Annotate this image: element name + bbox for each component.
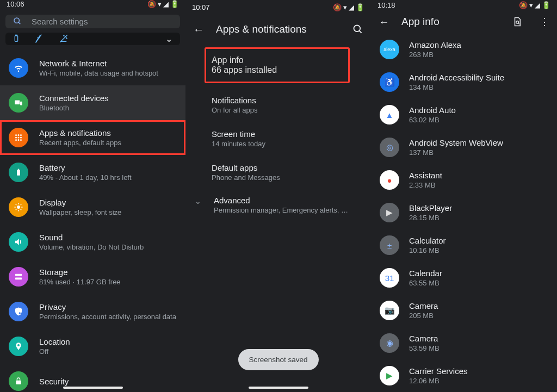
quick-settings-row[interactable]: ⌄: [5, 33, 180, 45]
item-app-info[interactable]: App info 66 apps installed: [205, 48, 349, 83]
wifi-icon: [9, 58, 28, 78]
row-storage[interactable]: Storage 81% used · 11.97 GB free: [0, 259, 185, 294]
svg-line-27: [21, 204, 22, 206]
app-size: 53.59 MB: [409, 344, 440, 352]
app-size: 205 MB: [409, 312, 438, 320]
app-row[interactable]: ▲Android Auto63.02 MB: [371, 98, 557, 131]
app-name: Camera: [409, 301, 438, 310]
svg-point-11: [15, 137, 17, 139]
search-icon: [13, 17, 22, 26]
item-notifications[interactable]: Notifications On for all apps: [185, 88, 371, 122]
dnd-icon: 🔕: [333, 3, 342, 11]
app-size: 134 MB: [409, 83, 504, 91]
status-bar: 10:07 🔕 ▾ ◢ 🔋: [185, 0, 371, 14]
status-bar: 10:06 🔕 ▾ ◢ 🔋: [0, 0, 185, 8]
app-name: BlackPlayer: [409, 203, 452, 213]
app-row[interactable]: alexaAmazon Alexa263 MB: [371, 33, 557, 66]
dnd-icon: 🔕: [147, 0, 156, 8]
app-name: Camera: [409, 334, 440, 343]
app-row[interactable]: ◉Camera53.59 MB: [371, 327, 557, 359]
search-button[interactable]: [352, 24, 363, 35]
app-icon: ◎: [380, 138, 399, 157]
row-title: Apps & notifications: [39, 128, 121, 138]
svg-point-8: [15, 134, 17, 136]
svg-point-0: [14, 18, 19, 23]
app-row[interactable]: ±Calculator10.16 MB: [371, 229, 557, 262]
app-row[interactable]: ▶BlackPlayer28.15 MB: [371, 196, 557, 229]
item-sub: 66 apps installed: [212, 65, 343, 75]
app-bar: ← App info ⋮: [371, 10, 557, 33]
row-apps-notifications[interactable]: Apps & notifications Recent apps, defaul…: [0, 120, 185, 155]
row-battery[interactable]: Battery 49% - About 1 day, 10 hrs left: [0, 155, 185, 190]
row-title: Security: [39, 377, 69, 386]
app-row[interactable]: 31Calendar63.55 MB: [371, 262, 557, 294]
clock: 10:06: [7, 0, 24, 8]
svg-rect-2: [15, 36, 17, 42]
back-button[interactable]: ←: [379, 16, 389, 28]
location-pin-icon: [9, 337, 28, 356]
svg-point-34: [516, 21, 519, 24]
item-title: Default apps: [212, 163, 360, 172]
find-in-page-icon[interactable]: [512, 16, 522, 27]
screen-title: Apps & notifications: [216, 23, 335, 35]
search-placeholder: Search settings: [32, 17, 88, 26]
svg-point-10: [20, 134, 22, 136]
app-name: Carrier Services: [409, 366, 468, 376]
app-name: Android Accessibility Suite: [409, 73, 504, 82]
mute-icon: [59, 34, 69, 43]
chevron-down-icon: ⌄: [191, 197, 205, 206]
item-sub: 14 minutes today: [212, 140, 360, 148]
svg-line-33: [360, 31, 362, 33]
row-title: Network & Internet: [39, 59, 158, 68]
nav-handle[interactable]: [249, 387, 308, 389]
volume-icon: [9, 232, 28, 252]
lock-icon: [9, 371, 28, 391]
app-icon: ▶: [380, 203, 399, 222]
svg-point-16: [20, 139, 22, 141]
item-title: App info: [212, 55, 343, 65]
app-size: 263 MB: [409, 51, 461, 59]
app-row[interactable]: ◎Android System WebView137 MB: [371, 131, 557, 164]
row-privacy[interactable]: Privacy Permissions, account activity, p…: [0, 294, 185, 329]
screen-app-info: 10:18 🔕 ▾ ◢ 🔋 ← App info ⋮ alexaAmazon A…: [371, 0, 557, 392]
app-size: 63.02 MB: [409, 116, 456, 124]
item-advanced[interactable]: ⌄ Advanced Permission manager, Emergency…: [185, 189, 371, 221]
toast-screenshot-saved[interactable]: Screenshot saved: [238, 349, 318, 370]
row-sound[interactable]: Sound Volume, vibration, Do Not Disturb: [0, 225, 185, 259]
row-title: Connected devices: [39, 94, 109, 103]
app-row[interactable]: ●Assistant2.33 MB: [371, 164, 557, 196]
row-title: Sound: [39, 233, 144, 242]
overflow-menu-icon[interactable]: ⋮: [540, 16, 549, 28]
nav-handle[interactable]: [63, 387, 123, 389]
app-icon: ♿: [380, 72, 399, 92]
search-settings[interactable]: Search settings: [5, 15, 180, 28]
row-title: Display: [39, 198, 121, 207]
app-row[interactable]: ♿Android Accessibility Suite134 MB: [371, 66, 557, 98]
battery-icon: [9, 163, 28, 182]
row-sub: 49% - About 1 day, 10 hrs left: [39, 173, 132, 182]
app-row[interactable]: ▶Carrier Services12.06 MB: [371, 359, 557, 392]
app-size: 12.06 MB: [409, 377, 468, 385]
svg-rect-18: [18, 169, 19, 170]
row-location[interactable]: Location Off: [0, 329, 185, 364]
screen-apps-notifications: 10:07 🔕 ▾ ◢ 🔋 ← Apps & notifications App…: [185, 0, 371, 392]
row-sub: Recent apps, default apps: [39, 139, 121, 147]
row-sub: Wallpaper, sleep, font size: [39, 208, 121, 216]
item-default-apps[interactable]: Default apps Phone and Messages: [185, 155, 371, 189]
row-display[interactable]: Display Wallpaper, sleep, font size: [0, 190, 185, 225]
battery-icon: 🔋: [170, 0, 179, 8]
app-icon: ±: [380, 235, 399, 255]
app-row[interactable]: 📷Camera205 MB: [371, 294, 557, 327]
app-name: Amazon Alexa: [409, 40, 461, 49]
item-title: Notifications: [212, 96, 360, 105]
row-network-internet[interactable]: Network & Internet Wi-Fi, mobile, data u…: [0, 51, 185, 85]
app-name: Android Auto: [409, 105, 456, 115]
back-button[interactable]: ←: [193, 23, 204, 36]
row-connected-devices[interactable]: Connected devices Bluetooth: [0, 85, 185, 120]
brightness-icon: [9, 197, 28, 217]
clock: 10:07: [192, 3, 210, 11]
item-screen-time[interactable]: Screen time 14 minutes today: [185, 122, 371, 155]
status-icons: 🔕 ▾ ◢ 🔋: [333, 3, 364, 11]
clock: 10:18: [377, 1, 395, 9]
signal-icon: ◢: [349, 3, 354, 11]
